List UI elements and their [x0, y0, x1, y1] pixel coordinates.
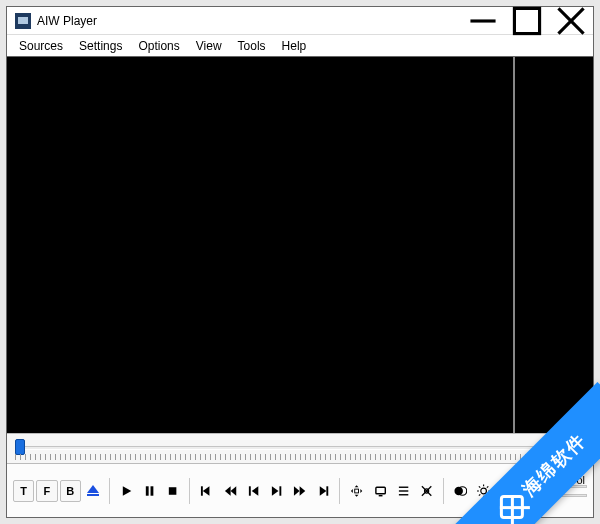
seek-bar-area: [7, 433, 593, 463]
fast-forward-button[interactable]: [289, 480, 310, 502]
snapshot-button[interactable]: [416, 480, 437, 502]
skip-back-button[interactable]: [196, 480, 217, 502]
svg-marker-13: [251, 486, 258, 495]
svg-marker-11: [230, 486, 236, 495]
menu-view[interactable]: View: [188, 37, 230, 55]
b-mode-button[interactable]: B: [60, 480, 81, 502]
separator: [443, 478, 444, 504]
rewind-button[interactable]: [220, 480, 241, 502]
menu-options[interactable]: Options: [130, 37, 187, 55]
pause-button[interactable]: [139, 480, 160, 502]
tv-mode-button[interactable]: T: [13, 480, 34, 502]
maximize-button[interactable]: [505, 7, 549, 35]
seek-ticks: [15, 454, 585, 460]
svg-rect-25: [375, 487, 384, 494]
play-button[interactable]: [116, 480, 137, 502]
panel-divider[interactable]: [513, 57, 515, 433]
svg-line-43: [479, 494, 480, 495]
svg-rect-6: [151, 486, 154, 495]
svg-marker-20: [355, 485, 359, 487]
separator: [109, 478, 110, 504]
svg-marker-18: [320, 486, 327, 495]
playlist-button[interactable]: [393, 480, 414, 502]
svg-marker-9: [203, 486, 210, 495]
menu-tools[interactable]: Tools: [230, 37, 274, 55]
fm-mode-button[interactable]: F: [36, 480, 57, 502]
eject-icon: [87, 485, 99, 493]
svg-marker-10: [224, 486, 230, 495]
svg-rect-1: [514, 8, 539, 33]
svg-marker-21: [355, 494, 359, 496]
svg-marker-17: [300, 486, 306, 495]
color-button[interactable]: [450, 480, 471, 502]
app-icon: [15, 13, 31, 29]
svg-rect-12: [249, 486, 251, 495]
stop-button[interactable]: [162, 480, 183, 502]
svg-marker-23: [361, 489, 363, 493]
menu-sources[interactable]: Sources: [11, 37, 71, 55]
video-viewport[interactable]: [7, 57, 593, 433]
display-button[interactable]: [370, 480, 391, 502]
window-title: AIW Player: [37, 14, 461, 28]
seek-slider[interactable]: [15, 446, 585, 450]
menu-bar: Sources Settings Options View Tools Help: [7, 35, 593, 57]
menu-help[interactable]: Help: [274, 37, 315, 55]
svg-marker-16: [294, 486, 300, 495]
menu-settings[interactable]: Settings: [71, 37, 130, 55]
svg-marker-14: [272, 486, 279, 495]
seek-thumb[interactable]: [15, 439, 25, 455]
svg-point-33: [426, 490, 428, 492]
eject-button[interactable]: [83, 480, 103, 502]
svg-line-41: [479, 486, 480, 487]
svg-rect-15: [279, 486, 281, 495]
svg-rect-8: [201, 486, 203, 495]
minimize-button[interactable]: [461, 7, 505, 35]
svg-marker-22: [351, 489, 353, 493]
svg-rect-19: [327, 486, 329, 495]
svg-line-44: [487, 486, 488, 487]
svg-rect-5: [146, 486, 149, 495]
step-back-button[interactable]: [243, 480, 264, 502]
app-window: AIW Player Sources Settings Options View…: [6, 6, 594, 518]
svg-rect-7: [169, 487, 177, 495]
step-forward-button[interactable]: [266, 480, 287, 502]
fullscreen-button[interactable]: [346, 480, 367, 502]
close-button[interactable]: [549, 7, 593, 35]
separator: [339, 478, 340, 504]
svg-marker-4: [123, 486, 131, 495]
svg-rect-24: [355, 489, 359, 493]
separator: [189, 478, 190, 504]
watermark-logo-icon: [500, 495, 524, 519]
titlebar: AIW Player: [7, 7, 593, 35]
skip-forward-button[interactable]: [312, 480, 333, 502]
